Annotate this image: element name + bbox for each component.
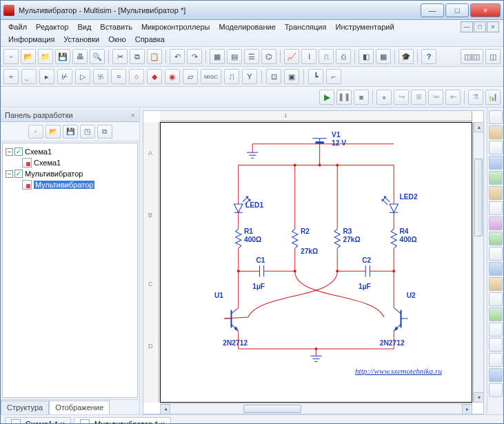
ag-fgen-icon[interactable] xyxy=(489,338,503,352)
db-icon[interactable]: ⌬ xyxy=(261,49,276,64)
collapse-icon[interactable]: − xyxy=(6,148,13,156)
trail-button[interactable]: ≔ xyxy=(428,90,443,105)
cut-icon[interactable]: ✂ xyxy=(112,49,128,64)
word-gen-icon[interactable] xyxy=(489,216,503,230)
doc-tab-2[interactable]: Мультивибратор * × xyxy=(74,417,171,424)
menu-view[interactable]: Вид xyxy=(74,21,94,32)
menu-mcu[interactable]: Микроконтроллеры xyxy=(138,21,214,32)
probe-tool-icon[interactable] xyxy=(489,383,503,397)
analog-icon[interactable]: ▷ xyxy=(75,69,90,84)
source-icon[interactable]: ÷ xyxy=(3,69,19,84)
tree-child-2[interactable]: Мультивибратор xyxy=(4,179,136,190)
mixed-icon[interactable]: ◆ xyxy=(147,69,162,84)
post-icon[interactable]: ⎙ xyxy=(336,49,351,64)
print-icon[interactable]: 🖶 xyxy=(72,49,88,64)
r2[interactable] xyxy=(292,229,298,249)
wattmeter-icon[interactable] xyxy=(489,141,503,154)
undo-icon[interactable]: ↶ xyxy=(170,49,185,64)
lab-icon[interactable]: ⚗ xyxy=(468,90,483,105)
sidebar-new-icon[interactable]: ▫ xyxy=(28,125,43,139)
tree-root-1[interactable]: − ✓ Схема1 xyxy=(4,146,136,157)
preview-icon[interactable]: 🔍 xyxy=(90,49,105,64)
misc-icon[interactable]: MISC xyxy=(201,69,221,84)
menu-edit[interactable]: Редактор xyxy=(32,21,72,32)
menu-help[interactable]: Справка xyxy=(132,34,168,45)
website-link[interactable]: http://www.sxemotehnika.ru xyxy=(355,367,443,375)
hierarchy-icon[interactable]: ┗ xyxy=(308,69,323,84)
checkbox-icon[interactable]: ✓ xyxy=(14,170,23,178)
mcu-icon[interactable]: ▣ xyxy=(284,69,299,84)
scope-icon[interactable]: 📊 xyxy=(485,90,501,105)
rf-icon[interactable]: Y xyxy=(242,69,257,84)
function-gen-icon[interactable] xyxy=(489,125,503,139)
mdi-close[interactable]: × xyxy=(487,21,499,32)
open2-icon[interactable]: 📁 xyxy=(38,49,53,64)
logic-analyzer-icon[interactable] xyxy=(489,232,503,245)
tek-scope-icon[interactable] xyxy=(489,368,503,382)
list-icon[interactable]: ☰ xyxy=(244,49,259,64)
elvis-icon[interactable]: ◧ xyxy=(359,49,374,64)
ag-mm-icon[interactable] xyxy=(489,353,503,367)
ag-scope-icon[interactable] xyxy=(489,323,503,336)
transistor-icon[interactable]: ⊬ xyxy=(57,69,72,84)
menu-file[interactable]: Файл xyxy=(5,21,30,32)
tab-close-icon[interactable]: × xyxy=(61,420,65,424)
network-icon[interactable] xyxy=(489,307,503,321)
checkbox-icon[interactable]: ✓ xyxy=(14,148,23,156)
iv-analyzer-icon[interactable] xyxy=(489,262,503,276)
electromech-icon[interactable]: ⊡ xyxy=(266,69,281,84)
analysis-icon[interactable]: 📈 xyxy=(284,49,299,64)
schematic-canvas[interactable]: V1 12 V LED1 xyxy=(160,122,472,403)
mdi-min[interactable]: — xyxy=(461,21,473,32)
freq-counter-icon[interactable] xyxy=(489,201,503,215)
spectrum-icon[interactable] xyxy=(489,292,503,306)
scroll-thumb-h[interactable] xyxy=(243,405,302,413)
scrollbar-vertical[interactable]: ▴ ▾ xyxy=(473,122,483,403)
save-icon[interactable]: 💾 xyxy=(55,49,70,64)
rev-button[interactable]: ⇤ xyxy=(445,90,461,105)
doc-tab-1[interactable]: Схема1 * × xyxy=(5,417,71,424)
stop-button[interactable]: ■ xyxy=(354,90,369,105)
basic-icon[interactable]: ᷿ xyxy=(21,69,37,84)
sheet-icon[interactable]: ▤ xyxy=(227,49,242,64)
mdi-max[interactable]: □ xyxy=(474,21,486,32)
multimeter-icon[interactable] xyxy=(489,110,503,124)
step-button[interactable]: ↪ xyxy=(394,90,409,105)
maximize-button[interactable]: □ xyxy=(445,3,469,17)
scroll-right-icon[interactable]: ▸ xyxy=(462,404,472,414)
menu-transfer[interactable]: Трансляция xyxy=(281,21,330,32)
r3[interactable] xyxy=(334,229,340,249)
copy-icon[interactable]: ⧉ xyxy=(130,49,145,64)
sidebar-tab-view[interactable]: Отображение xyxy=(49,401,110,414)
scrollbar-horizontal[interactable]: ◂ ▸ xyxy=(160,403,472,414)
diode-icon[interactable]: ▸ xyxy=(39,69,54,84)
r1[interactable] xyxy=(236,229,241,249)
q2[interactable] xyxy=(394,308,408,332)
redo-icon[interactable]: ↷ xyxy=(187,49,202,64)
sidebar-save-icon[interactable]: 💾 xyxy=(63,125,78,139)
scroll-left-icon[interactable]: ◂ xyxy=(160,404,170,414)
r4[interactable] xyxy=(391,229,396,249)
graph-icon[interactable]: ⌇ xyxy=(301,49,316,64)
tree-child-1[interactable]: Схема1 xyxy=(4,157,136,168)
cmos-icon[interactable]: ⧈ xyxy=(111,69,126,84)
sidebar-open-icon[interactable]: 📂 xyxy=(46,125,61,139)
run-button[interactable]: ▶ xyxy=(319,90,334,105)
menu-window[interactable]: Окно xyxy=(105,34,130,45)
scroll-up-icon[interactable]: ▴ xyxy=(474,122,484,132)
sidebar-tree-icon[interactable]: ◳ xyxy=(80,125,95,139)
sidebar-copy-icon[interactable]: ⧉ xyxy=(97,125,112,139)
oscilloscope-icon[interactable] xyxy=(489,156,503,170)
misc-digital-icon[interactable]: ◇ xyxy=(129,69,144,84)
close-button[interactable]: × xyxy=(470,3,501,17)
pause-button[interactable]: ❚❚ xyxy=(336,90,352,105)
panel-toggle2[interactable]: ◫ xyxy=(485,49,501,64)
indicator-icon[interactable]: ◉ xyxy=(165,69,180,84)
paste-icon[interactable]: 📋 xyxy=(147,49,162,64)
help-icon[interactable]: ? xyxy=(421,49,436,64)
grid-icon[interactable]: ▦ xyxy=(210,49,225,64)
menu-options[interactable]: Установки xyxy=(60,34,103,45)
power-icon[interactable]: ▱ xyxy=(183,69,198,84)
new-icon[interactable]: ▫ xyxy=(3,49,19,64)
tab-close-icon[interactable]: × xyxy=(161,420,165,424)
